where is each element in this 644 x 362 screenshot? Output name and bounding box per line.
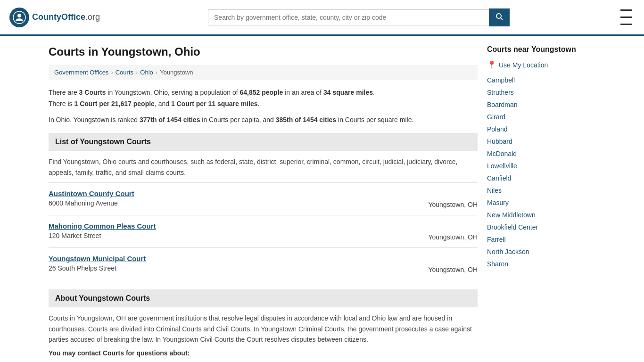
list-section-header: List of Youngstown Courts bbox=[49, 133, 478, 151]
logo-text: CountyOffice.org bbox=[32, 12, 100, 22]
rank2: 385th of 1454 cities bbox=[276, 116, 336, 123]
court-location: Youngstown, OH bbox=[428, 222, 478, 241]
area: 34 square miles bbox=[323, 89, 373, 96]
courts-list: Austintown County Court 6000 Mahoning Av… bbox=[49, 182, 478, 280]
per-sqmile: 1 Court per 11 square miles bbox=[171, 100, 258, 107]
court-address: 120 Market Street bbox=[49, 232, 156, 239]
sidebar-link-masury[interactable]: Masury bbox=[487, 197, 595, 209]
menu-icon bbox=[620, 9, 632, 11]
population: 64,852 people bbox=[239, 89, 283, 96]
search-input[interactable] bbox=[208, 9, 489, 25]
stats-section: There are 3 Courts in Youngstown, Ohio, … bbox=[49, 87, 478, 125]
menu-button[interactable] bbox=[618, 5, 635, 30]
menu-icon bbox=[620, 24, 632, 25]
court-entry: Mahoning Common Pleas Court 120 Market S… bbox=[49, 215, 478, 247]
sidebar-link-struthers[interactable]: Struthers bbox=[487, 86, 595, 99]
breadcrumb-current: Youngstown bbox=[160, 69, 193, 76]
breadcrumb-sep: › bbox=[136, 69, 138, 76]
sidebar-link-new-middletown[interactable]: New Middletown bbox=[487, 209, 595, 221]
court-location: Youngstown, OH bbox=[428, 255, 478, 273]
search-button[interactable] bbox=[489, 8, 510, 26]
court-entry: Youngstown Municipal Court 26 South Phel… bbox=[49, 247, 478, 280]
sidebar-link-campbell[interactable]: Campbell bbox=[487, 74, 595, 86]
sidebar-title: Courts near Youngstown bbox=[487, 45, 595, 54]
court-address: 26 South Phelps Street bbox=[49, 264, 146, 272]
about-text: Courts in Youngstown, OH are government … bbox=[49, 313, 478, 345]
sidebar-link-sharon[interactable]: Sharon bbox=[487, 258, 595, 270]
svg-line-4 bbox=[501, 18, 503, 20]
breadcrumb-government-offices[interactable]: Government Offices bbox=[54, 69, 108, 76]
sidebar-link-north-jackson[interactable]: North Jackson bbox=[487, 246, 595, 258]
sidebar-link-brookfield-center[interactable]: Brookfield Center bbox=[487, 221, 595, 233]
logo-area: CountyOffice.org bbox=[9, 8, 100, 27]
court-entry: Austintown County Court 6000 Mahoning Av… bbox=[49, 182, 478, 215]
breadcrumb: Government Offices › Courts › Ohio › You… bbox=[49, 65, 478, 80]
court-name-link[interactable]: Austintown County Court bbox=[49, 189, 134, 197]
courts-count: 3 Courts bbox=[79, 89, 106, 96]
about-section: About Youngstown Courts Courts in Youngs… bbox=[49, 289, 478, 357]
court-info: Mahoning Common Pleas Court 120 Market S… bbox=[49, 222, 156, 239]
list-description: Find Youngstown, Ohio courts and courtho… bbox=[49, 156, 478, 178]
about-contact: You may contact Courts for questions abo… bbox=[49, 349, 478, 357]
court-row: Mahoning Common Pleas Court 120 Market S… bbox=[49, 222, 478, 241]
page-title: Courts in Youngstown, Ohio bbox=[49, 45, 478, 58]
menu-icon bbox=[620, 16, 632, 18]
sidebar-link-canfield[interactable]: Canfield bbox=[487, 172, 595, 184]
svg-point-3 bbox=[496, 14, 501, 18]
main-wrapper: Courts in Youngstown, Ohio Government Of… bbox=[39, 36, 605, 357]
sidebar-link-lowellville[interactable]: Lowellville bbox=[487, 160, 595, 172]
breadcrumb-ohio[interactable]: Ohio bbox=[140, 69, 153, 76]
breadcrumb-sep: › bbox=[156, 69, 157, 76]
search-area bbox=[208, 8, 510, 26]
sidebar: Courts near Youngstown 📍 Use My Location… bbox=[487, 45, 595, 357]
sidebar-link-hubbard[interactable]: Hubbard bbox=[487, 135, 595, 148]
svg-point-1 bbox=[17, 14, 21, 17]
court-row: Austintown County Court 6000 Mahoning Av… bbox=[49, 189, 478, 208]
sidebar-link-boardman[interactable]: Boardman bbox=[487, 99, 595, 111]
sidebar-link-poland[interactable]: Poland bbox=[487, 123, 595, 135]
location-pin-icon: 📍 bbox=[487, 60, 496, 69]
breadcrumb-courts[interactable]: Courts bbox=[116, 69, 133, 76]
use-location-label: Use My Location bbox=[499, 61, 548, 69]
header: CountyOffice.org bbox=[0, 0, 644, 36]
court-name-link[interactable]: Youngstown Municipal Court bbox=[49, 255, 146, 263]
use-my-location-link[interactable]: 📍 Use My Location bbox=[487, 60, 595, 69]
content-area: Courts in Youngstown, Ohio Government Of… bbox=[49, 45, 478, 357]
logo-icon bbox=[9, 8, 29, 27]
court-row: Youngstown Municipal Court 26 South Phel… bbox=[49, 255, 478, 273]
court-location: Youngstown, OH bbox=[428, 189, 478, 208]
per-capita: 1 Court per 21,617 people bbox=[74, 100, 154, 107]
sidebar-link-mcdonald[interactable]: McDonald bbox=[487, 148, 595, 160]
sidebar-link-farrell[interactable]: Farrell bbox=[487, 233, 595, 246]
rank1: 377th of 1454 cities bbox=[140, 116, 200, 123]
breadcrumb-sep: › bbox=[111, 69, 113, 76]
sidebar-link-girard[interactable]: Girard bbox=[487, 111, 595, 123]
about-section-header: About Youngstown Courts bbox=[49, 289, 478, 307]
court-info: Austintown County Court 6000 Mahoning Av… bbox=[49, 189, 134, 207]
court-name-link[interactable]: Mahoning Common Pleas Court bbox=[49, 222, 156, 230]
court-info: Youngstown Municipal Court 26 South Phel… bbox=[49, 255, 146, 272]
nearby-links-list: Campbell Struthers Boardman Girard Polan… bbox=[487, 74, 595, 270]
court-address: 6000 Mahoning Avenue bbox=[49, 199, 134, 207]
sidebar-link-niles[interactable]: Niles bbox=[487, 184, 595, 197]
